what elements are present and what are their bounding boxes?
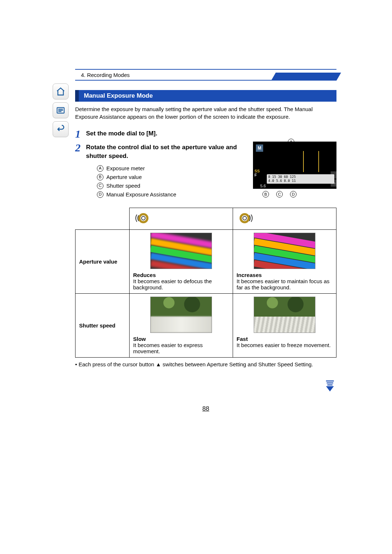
svg-point-6 (241, 214, 249, 222)
aperture-reduces-title: Reduces (133, 272, 229, 278)
aperture-reduces-cell: Reduces It becomes easier to defocus the… (129, 229, 233, 293)
callout-d: D (290, 191, 297, 197)
legend-c-text: Shutter speed (106, 182, 140, 190)
lcd-diagram: A M ‹ Fn SS F 8 15 30 60 125 4.0 5.6 (253, 142, 336, 197)
dial-right-icon (233, 208, 336, 229)
row-aperture-label: Aperture value (75, 229, 130, 293)
row-shutter-label: Shutter speed (75, 293, 130, 357)
continue-arrow-icon (323, 379, 336, 392)
home-icon[interactable] (53, 83, 69, 99)
callout-c: C (276, 191, 283, 197)
lcd-ss-f-label: SS F (254, 169, 260, 177)
intro-text: Determine the exposure by manually setti… (75, 105, 336, 121)
back-icon[interactable] (53, 121, 69, 137)
aperture-increases-desc: It becomes easier to maintain focus as f… (237, 278, 332, 290)
legend-b-text: Aperture value (106, 173, 142, 182)
shutter-fast-desc: It becomes easier to freeze movement. (237, 342, 332, 348)
aperture-increases-cell: Increases It becomes easier to maintain … (233, 229, 336, 293)
table-row: Aperture value Reduces It becomes easier… (75, 229, 336, 293)
pencils-sharp-illustration (254, 233, 315, 269)
step-2: 2 Rotate the control dial to set the ape… (75, 142, 336, 199)
lcd-mode-badge: M (256, 144, 263, 152)
legend: AExposure meter BAperture value CShutter… (97, 164, 250, 199)
section-title: Manual Exposure Mode (84, 92, 153, 99)
contents-icon[interactable] (53, 102, 69, 118)
breadcrumb: 4. Recording Modes (75, 69, 336, 81)
step-2-number: 2 (75, 142, 86, 154)
shutter-slow-title: Slow (133, 336, 229, 342)
legend-c-label: C (97, 183, 103, 189)
section-header: Manual Exposure Mode (75, 90, 336, 102)
shutter-slow-desc: It becomes easier to express movement. (133, 342, 229, 354)
svg-point-7 (243, 216, 246, 220)
lcd-screen-illustration: M ‹ Fn SS F 8 15 30 60 125 4.0 5.6 8.0 1… (253, 142, 336, 189)
cursor-note: • Each press of the cursor button ▲ swit… (75, 360, 336, 368)
step-1-number: 1 (75, 128, 86, 140)
legend-d-label: D (97, 191, 103, 198)
aperture-increases-title: Increases (237, 272, 332, 278)
nav-sidebar (53, 83, 71, 140)
shutter-fast-title: Fast (237, 336, 332, 342)
legend-d-text: Manual Exposure Assistance (106, 190, 176, 199)
table-row: Shutter speed Slow It becomes easier to … (75, 293, 336, 357)
shutter-slow-cell: Slow It becomes easier to express moveme… (129, 293, 233, 357)
callout-b: B (262, 191, 269, 197)
legend-a-text: Exposure meter (106, 164, 145, 173)
step-1: 1 Set the mode dial to [M]. (75, 128, 336, 140)
shutter-fast-cell: Fast It becomes easier to freeze movemen… (233, 293, 336, 357)
step-2-text: Rotate the control dial to set the apert… (86, 143, 250, 160)
effects-table: Aperture value Reduces It becomes easier… (75, 208, 336, 358)
legend-b-label: B (97, 174, 103, 180)
stream-blurred-illustration (150, 297, 212, 333)
dial-left-icon (129, 208, 233, 229)
lcd-scale: 8 15 30 60 125 4.0 5.6 8.0 11 (267, 174, 334, 184)
lcd-aperture-value: 5.6 (260, 184, 266, 188)
legend-a-label: A (97, 165, 103, 172)
breadcrumb-text: 4. Recording Modes (81, 72, 130, 78)
svg-point-4 (139, 214, 147, 222)
mode-m-icon: M (148, 129, 154, 138)
svg-point-5 (142, 216, 145, 220)
step-1-text: Set the mode dial to [M]. (86, 129, 336, 138)
aperture-reduces-desc: It becomes easier to defocus the backgro… (133, 278, 229, 290)
pencils-blurred-illustration (150, 233, 212, 269)
stream-sharp-illustration (254, 297, 315, 333)
page-number: 88 (75, 405, 336, 412)
